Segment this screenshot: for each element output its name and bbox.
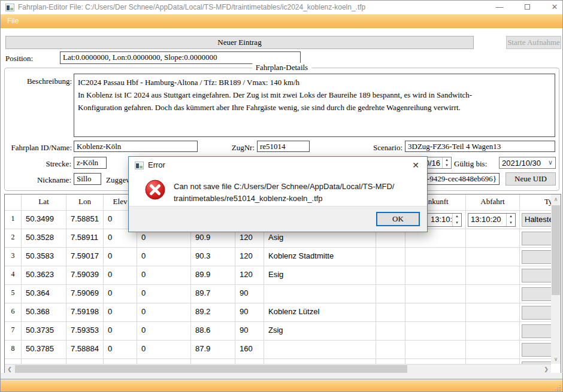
table-cell[interactable] [405, 341, 466, 359]
table-cell[interactable]: 7.58911 [66, 229, 104, 248]
typ-combo[interactable] [522, 306, 551, 320]
spin-up-icon[interactable]: ▲ [443, 157, 451, 163]
table-cell[interactable]: 0 [104, 303, 137, 322]
table-cell[interactable] [405, 359, 466, 364]
table-cell[interactable]: 50.3813 [22, 359, 66, 364]
table-cell[interactable]: 50.3623 [22, 266, 66, 285]
table-cell[interactable]: Koblenz Lützel [264, 303, 376, 322]
table-cell[interactable]: 13:10:20▲▼ [466, 211, 520, 229]
table-cell[interactable] [264, 341, 376, 359]
column-header[interactable]: Typ [520, 195, 551, 211]
minimize-button[interactable]: — [489, 1, 510, 14]
table-cell[interactable]: 7.59069 [66, 285, 104, 303]
vertical-scrollbar[interactable]: ∧ ∨ [551, 195, 561, 364]
table-cell[interactable]: 89.9 [191, 266, 235, 285]
table-cell[interactable]: Esig [264, 266, 376, 285]
table-cell[interactable] [405, 303, 466, 322]
table-cell[interactable] [405, 285, 466, 303]
spin-up-icon[interactable]: ▲ [507, 214, 515, 220]
table-cell[interactable] [520, 248, 551, 266]
table-cell[interactable] [376, 266, 405, 285]
spin-down-icon[interactable]: ▼ [507, 220, 515, 227]
table-cell[interactable]: 7.58851 [66, 211, 104, 229]
typ-combo[interactable] [522, 343, 551, 357]
dialog-close-icon[interactable]: ✕ [409, 159, 422, 171]
table-cell[interactable]: 0 [104, 248, 137, 266]
table-cell[interactable] [466, 322, 520, 341]
column-header[interactable]: Lon [66, 195, 104, 211]
table-cell[interactable] [466, 341, 520, 359]
resize-grip-icon[interactable] [555, 385, 561, 391]
table-cell[interactable]: 0 [137, 303, 191, 322]
spin-down-icon[interactable]: ▼ [443, 163, 451, 168]
table-cell[interactable]: 89.2 [191, 303, 235, 322]
nickname-input[interactable]: Sillo [74, 173, 101, 185]
table-cell[interactable]: 87.3 [191, 359, 235, 364]
table-cell[interactable]: 89.7 [191, 285, 235, 303]
table-cell[interactable] [376, 303, 405, 322]
table-cell[interactable] [520, 229, 551, 248]
table-cell[interactable]: 0 [104, 359, 137, 364]
table-cell[interactable]: 88.6 [191, 322, 235, 341]
table-cell[interactable]: 90 [235, 285, 264, 303]
table-cell[interactable] [466, 303, 520, 322]
horizontal-scrollbar[interactable]: ❮ ❯ [5, 364, 551, 373]
gueltig-von-arrows[interactable]: ▲ ▼ [442, 157, 451, 168]
table-cell[interactable]: 90 [235, 322, 264, 341]
table-cell[interactable]: 0 [104, 341, 137, 359]
table-cell[interactable]: Haltestelle [520, 211, 551, 229]
typ-combo[interactable] [522, 232, 551, 245]
table-cell[interactable]: 50.3528 [22, 229, 66, 248]
beschreibung-textarea[interactable]: IC2024 Passau Hbf - Hamburg-Altona / Tfz… [74, 74, 555, 137]
table-cell[interactable]: 160 [235, 359, 264, 364]
table-cell[interactable] [405, 266, 466, 285]
typ-combo[interactable] [522, 269, 551, 282]
table-cell[interactable]: 90.3 [191, 248, 235, 266]
table-cell[interactable] [466, 266, 520, 285]
table-cell[interactable]: Asig [264, 359, 376, 364]
table-cell[interactable]: 7.58138 [66, 359, 104, 364]
fahrplan-id-input[interactable]: Koblenz-Köln [74, 141, 198, 152]
ok-button[interactable]: OK [376, 212, 420, 226]
column-header[interactable]: Lat [22, 195, 66, 211]
table-cell[interactable]: 7.59198 [66, 303, 104, 322]
gueltig-bis-combo[interactable]: 2021/10/30 ∨ [499, 157, 556, 169]
table-cell[interactable]: Koblenz Stadtmitte [264, 248, 376, 266]
zugnr-input[interactable]: re51014 [257, 141, 310, 152]
table-cell[interactable]: 87.9 [191, 341, 235, 359]
table-cell[interactable]: 120 [235, 266, 264, 285]
table-cell[interactable]: 7.58884 [66, 341, 104, 359]
abfahrt-spinner-arrows[interactable]: ▲▼ [506, 214, 515, 226]
column-header[interactable]: Abfahrt [466, 195, 520, 211]
table-cell[interactable] [466, 285, 520, 303]
table-cell[interactable]: 0 [104, 322, 137, 341]
abfahrt-spinner-value[interactable]: 13:10:20 [468, 214, 506, 226]
scroll-down-icon[interactable]: ∨ [551, 354, 561, 364]
table-cell[interactable]: 0 [137, 322, 191, 341]
table-cell[interactable]: 7.59017 [66, 248, 104, 266]
typ-combo[interactable] [522, 324, 551, 338]
table-cell[interactable]: 90 [235, 303, 264, 322]
typ-combo[interactable] [522, 287, 551, 301]
table-cell[interactable]: 0 [104, 266, 137, 285]
table-cell[interactable] [520, 341, 551, 359]
vertical-scroll-thumb[interactable] [552, 205, 560, 295]
table-cell[interactable]: 50.3785 [22, 341, 66, 359]
position-input[interactable]: Lat:0.0000000, Lon:0.0000000, Slope:0.00… [60, 51, 301, 64]
column-header[interactable] [5, 195, 22, 211]
table-cell[interactable]: 160 [235, 341, 264, 359]
spin-up-icon[interactable]: ▲ [453, 214, 461, 220]
table-cell[interactable]: 50.368 [22, 303, 66, 322]
table-cell[interactable] [466, 229, 520, 248]
table-cell[interactable] [520, 359, 551, 364]
scenario-input[interactable]: 3DZug-FZ36-Teil 4 Wagen13 [405, 141, 555, 152]
abfahrt-spinner[interactable]: 13:10:20▲▼ [468, 213, 516, 227]
table-cell[interactable] [264, 285, 376, 303]
neuer-eintrag-button[interactable]: Neuer Eintrag [5, 36, 474, 49]
table-cell[interactable]: 50.3735 [22, 322, 66, 341]
table-cell[interactable]: 50.364 [22, 285, 66, 303]
table-cell[interactable]: 50.3499 [22, 211, 66, 229]
strecke-input[interactable]: z-Köln [74, 157, 107, 169]
spin-down-icon[interactable]: ▼ [453, 220, 461, 227]
table-cell[interactable]: 7.59039 [66, 266, 104, 285]
